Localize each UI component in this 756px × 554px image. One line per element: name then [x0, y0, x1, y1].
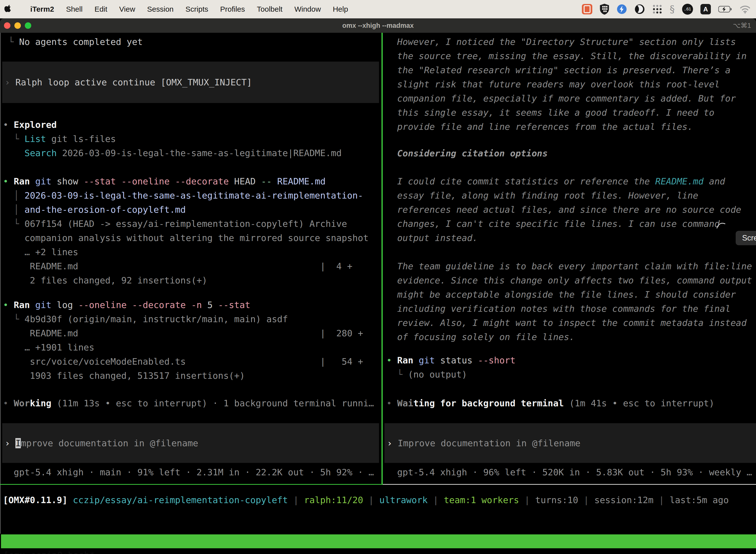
terminal-line: of focusing solely on file lines. — [386, 330, 575, 344]
terminal-line: including verification notes with those … — [386, 301, 731, 316]
text-segment: Considering citation options — [386, 148, 548, 158]
text-segment: provide file and line references from th… — [386, 122, 693, 132]
wifi-icon[interactable] — [740, 5, 751, 13]
prompt-input-box[interactable]: › Improve documentation in @filename — [384, 423, 756, 463]
clef-icon[interactable]: § — [670, 3, 675, 15]
terminal-line: references need actual files, and since … — [386, 203, 741, 217]
text-segment: Ralph loop active continue [OMX_TMUX_INJ… — [15, 77, 252, 88]
text-segment — [186, 300, 191, 310]
menu-item-iterm2[interactable]: iTerm2 — [24, 0, 60, 18]
terminal-line: • Ran git show --stat --oneline --decora… — [3, 174, 326, 188]
text-segment — [51, 398, 57, 408]
terminal-line: evidence. Since this change only affects… — [386, 273, 752, 287]
tmux-pane-divider[interactable] — [381, 33, 383, 485]
menu-item-view[interactable]: View — [113, 0, 141, 18]
text-segment — [272, 176, 277, 186]
text-segment: companion file, especially if more comme… — [386, 93, 736, 104]
text-segment: -n — [191, 300, 202, 310]
terminal-line: essay file, along with finding root file… — [386, 188, 698, 203]
text-segment: status — [435, 355, 478, 365]
text-segment — [170, 176, 175, 186]
menu-item-toolbelt[interactable]: Toolbelt — [251, 0, 289, 18]
text-segment: … +1901 lines — [3, 342, 94, 352]
text-segment: companion analysis without altering the … — [3, 233, 369, 243]
terminal-line: the "Related research writing" section i… — [386, 63, 731, 77]
terminal-line: └ 067f154 (HEAD -> essay/ai-reimplementa… — [3, 217, 347, 231]
text-segment: might be acceptable alongside the file l… — [386, 289, 736, 299]
menu-item-session[interactable]: Session — [141, 0, 180, 18]
menu-items: iTerm2ShellEditViewSessionScriptsProfile… — [24, 0, 354, 18]
battery-percent-badge[interactable]: ..61 — [682, 4, 693, 15]
menu-item-scripts[interactable]: Scripts — [180, 0, 214, 18]
terminal-line: gpt-5.4 xhigh · main · 91% left · 2.31M … — [3, 465, 374, 479]
text-segment: Ran — [14, 300, 30, 310]
terminal-line: │ and-the-erosion-of-copyleft.md — [3, 203, 186, 217]
terminal-line: Search 2026-03-09-is-legal-the-same-as-l… — [3, 146, 341, 160]
text-segment: List — [24, 134, 46, 144]
text-segment: | — [363, 495, 379, 505]
text-segment: HEAD — [229, 176, 261, 186]
text-segment: [OMX#0.11.9] — [3, 495, 67, 505]
text-segment: --decorate — [132, 300, 186, 310]
menu-item-shell[interactable]: Shell — [60, 0, 88, 18]
menu-item-window[interactable]: Window — [289, 0, 327, 18]
input-source-icon[interactable]: A — [700, 4, 711, 14]
terminal-line: slight risk that future readers may over… — [386, 77, 720, 91]
text-segment: team:1 workers — [444, 495, 519, 505]
terminal-line: output instead. — [386, 231, 478, 245]
macos-menu-bar: iTerm2ShellEditViewSessionScriptsProfile… — [0, 0, 756, 18]
text-segment: No agents completed yet — [19, 37, 143, 47]
text-segment: • — [3, 300, 14, 310]
text-segment: --decorate — [175, 176, 229, 186]
terminal-line: └ No agents completed yet — [3, 35, 143, 49]
sync-badge-icon[interactable] — [617, 4, 627, 14]
text-segment — [30, 176, 35, 186]
text-segment: (11m 13s • esc to interrupt) · 1 backgro… — [57, 398, 374, 408]
text-segment: • — [3, 398, 14, 408]
apple-menu-icon[interactable] — [4, 4, 12, 14]
terminal-line: • Ran git status --short — [386, 353, 515, 367]
terminal-line: README.md | 4 + — [3, 259, 353, 273]
terminal-line: • Ran git log --oneline --decorate -n 5 … — [3, 298, 250, 312]
window-tab-shortcut: ⌥⌘1 — [733, 21, 751, 30]
text-segment: king — [30, 398, 51, 408]
text-segment: including verification notes with those … — [386, 303, 731, 314]
text-segment: Wor — [14, 398, 30, 408]
text-segment: › — [387, 438, 397, 448]
terminal-line: The team guideline is to back every impo… — [386, 259, 752, 273]
prompt-input-box[interactable]: › Improve documentation in @filename — [2, 423, 379, 463]
screen: iTerm2ShellEditViewSessionScriptsProfile… — [0, 0, 756, 554]
tmux-pane-right[interactable]: However, I noticed the "Directory Struct… — [383, 33, 756, 484]
menu-item-edit[interactable]: Edit — [88, 0, 113, 18]
text-segment: └ — [3, 37, 19, 47]
moon-circle-icon[interactable] — [634, 4, 645, 14]
text-segment: git ls-files — [46, 134, 116, 144]
window-title: omx --xhigh --madmax — [0, 22, 756, 30]
screen-recording-indicator-icon[interactable] — [582, 4, 592, 14]
text-segment: Explored — [14, 120, 57, 130]
text-segment — [30, 300, 35, 310]
text-segment: turns:10 — [535, 495, 578, 505]
tmux-pane-left[interactable]: └ No agents completed yet› Ralph loop ac… — [0, 33, 381, 484]
terminal-line: 2 files changed, 92 insertions(+) — [3, 273, 207, 287]
battery-icon[interactable] — [718, 6, 732, 13]
tmux-session-window-label[interactable]: [omx-cczip0:bash* — [3, 548, 95, 554]
terminal-line: └ 4b9d30f (origin/main, instructkr/main,… — [3, 312, 288, 326]
inactive-pane-bottom-border — [383, 484, 756, 485]
text-segment — [3, 148, 24, 158]
text-segment: ralph:11/20 — [304, 495, 363, 505]
text-segment: └ — [3, 134, 24, 144]
history-prompt-box[interactable]: › Ralph loop active continue [OMX_TMUX_I… — [2, 62, 379, 103]
text-segment: log — [51, 300, 78, 310]
dots-grid-icon[interactable] — [652, 4, 662, 14]
menu-item-profiles[interactable]: Profiles — [214, 0, 251, 18]
shield-grid-icon[interactable] — [600, 4, 609, 15]
terminal-line: • Explored — [3, 118, 57, 132]
text-segment: review. Also, I might want to inspect th… — [386, 318, 747, 328]
terminal-line: └ (no output) — [386, 367, 467, 382]
terminal-line: companion analysis without altering the … — [3, 231, 369, 245]
terminal-line: README.md | 280 + — [3, 326, 363, 340]
menu-item-help[interactable]: Help — [327, 0, 354, 18]
text-segment: | — [288, 495, 304, 505]
text-segment: └ — [3, 314, 24, 324]
